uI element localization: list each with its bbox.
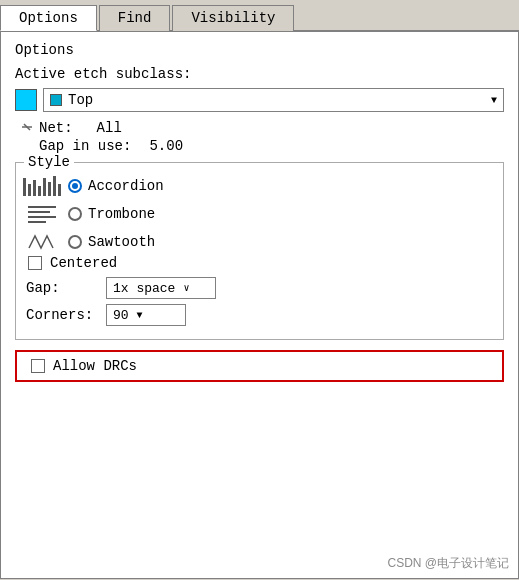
- gap-prop-label: Gap:: [26, 280, 106, 296]
- radio-trombone-btn[interactable]: [68, 207, 82, 221]
- gap-dropdown-arrow-icon: ∨: [183, 282, 189, 294]
- gap-row: Gap in use: 5.00: [19, 138, 504, 154]
- dropdown-arrow-icon: ▼: [491, 95, 497, 106]
- radio-accordion[interactable]: Accordion: [68, 178, 164, 194]
- gap-prop-row: Gap: 1x space ∨: [26, 277, 493, 299]
- gap-prop-value: 1x space: [113, 281, 175, 296]
- corners-dropdown[interactable]: 90 ▼: [106, 304, 186, 326]
- sawtooth-icon: [26, 231, 58, 253]
- tab-visibility[interactable]: Visibility: [172, 5, 294, 31]
- section-title: Options: [15, 42, 504, 58]
- style-row-sawtooth: Sawtooth: [26, 231, 493, 253]
- sawtooth-label: Sawtooth: [88, 234, 155, 250]
- corners-prop-row: Corners: 90 ▼: [26, 304, 493, 326]
- centered-checkbox[interactable]: [28, 256, 42, 270]
- tab-bar: Options Find Visibility: [0, 0, 519, 31]
- trombone-label: Trombone: [88, 206, 155, 222]
- subclass-color-icon: [50, 94, 62, 106]
- active-etch-label: Active etch subclass:: [15, 66, 504, 82]
- net-row: Net: All: [19, 120, 504, 136]
- style-row-accordion: Accordion: [26, 175, 493, 197]
- etch-subclass-value: Top: [68, 92, 93, 108]
- gap-label: Gap in use:: [39, 138, 131, 154]
- style-legend: Style: [24, 154, 74, 170]
- radio-accordion-btn[interactable]: [68, 179, 82, 193]
- radio-sawtooth-btn[interactable]: [68, 235, 82, 249]
- radio-sawtooth[interactable]: Sawtooth: [68, 234, 155, 250]
- allow-drcs-checkbox[interactable]: [31, 359, 45, 373]
- color-swatch: [15, 89, 37, 111]
- net-info: Net: All Gap in use: 5.00: [15, 120, 504, 156]
- radio-trombone[interactable]: Trombone: [68, 206, 155, 222]
- net-value: All: [97, 120, 122, 136]
- pin-icon: [19, 120, 35, 136]
- style-section: Style: [15, 162, 504, 340]
- trombone-icon: [26, 203, 58, 225]
- allow-drcs-label: Allow DRCs: [53, 358, 137, 374]
- net-label: Net:: [39, 120, 73, 136]
- allow-drcs-section: Allow DRCs: [15, 350, 504, 382]
- watermark: CSDN @电子设计笔记: [387, 555, 509, 572]
- centered-row: Centered: [26, 255, 493, 271]
- tab-options[interactable]: Options: [0, 5, 97, 31]
- accordion-icon: [26, 175, 58, 197]
- main-content: Options Active etch subclass: Top ▼: [0, 31, 519, 579]
- accordion-label: Accordion: [88, 178, 164, 194]
- etch-subclass-row: Top ▼: [15, 88, 504, 112]
- corners-label: Corners:: [26, 307, 106, 323]
- centered-label: Centered: [50, 255, 117, 271]
- gap-value: 5.00: [149, 138, 183, 154]
- style-row-trombone: Trombone: [26, 203, 493, 225]
- tab-find[interactable]: Find: [99, 5, 171, 31]
- corners-arrow-icon: ▼: [137, 310, 143, 321]
- style-options: Accordion Trombon: [26, 175, 493, 253]
- etch-subclass-dropdown[interactable]: Top ▼: [43, 88, 504, 112]
- corners-value: 90: [113, 308, 129, 323]
- gap-prop-dropdown[interactable]: 1x space ∨: [106, 277, 216, 299]
